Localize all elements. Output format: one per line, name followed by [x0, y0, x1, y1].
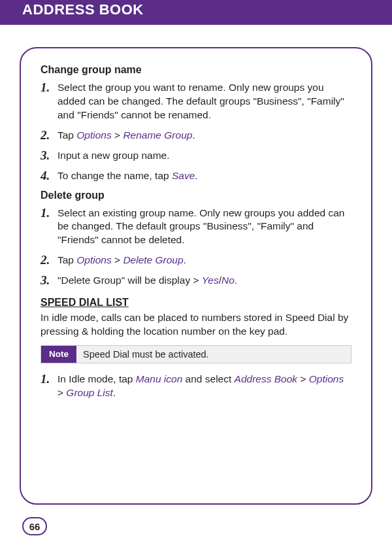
- step-text: In Idle mode, tap Manu icon and select A…: [57, 373, 351, 400]
- topic-heading-speed-dial: SPEED DIAL LIST: [41, 297, 351, 309]
- section-heading-delete-group: Delete group: [41, 190, 351, 201]
- step-number: 3.: [41, 274, 57, 288]
- step: 4. To change the name, tap Save.: [41, 169, 351, 183]
- step: 2. Tap Options > Delete Group.: [41, 254, 351, 267]
- step: 1. In Idle mode, tap Manu icon and selec…: [41, 373, 351, 400]
- manual-page: ADDRESS BOOK Change group name 1. Select…: [0, 0, 392, 555]
- step-number: 3.: [41, 149, 57, 163]
- page-header-title: ADDRESS BOOK: [22, 1, 144, 18]
- step-text: To change the name, tap Save.: [57, 169, 198, 183]
- note-label: Note: [41, 346, 76, 363]
- step: 3. Input a new group name.: [41, 149, 351, 163]
- step-number: 1.: [41, 373, 57, 386]
- step-number: 2.: [41, 254, 57, 267]
- content-frame: Change group name 1. Select the group yo…: [20, 47, 372, 505]
- note-text: Speed Dial must be activated.: [76, 346, 216, 363]
- page-number: 66: [29, 521, 41, 532]
- step-text: Tap Options > Rename Group.: [57, 129, 195, 143]
- page-header: ADDRESS BOOK: [0, 0, 392, 25]
- step: 2. Tap Options > Rename Group.: [41, 129, 351, 143]
- step-text: Tap Options > Delete Group.: [57, 254, 186, 267]
- step: 1. Select an existing group name. Only n…: [41, 207, 351, 248]
- page-number-badge: 66: [22, 517, 47, 535]
- step-text: Select an existing group name. Only new …: [57, 207, 351, 248]
- step-text: "Delete Group" will be display > Yes/No.: [57, 274, 237, 288]
- step-text: Input a new group name.: [57, 149, 169, 163]
- section-heading-change-group: Change group name: [41, 64, 351, 76]
- step: 3. "Delete Group" will be display > Yes/…: [41, 274, 351, 288]
- step: 1. Select the group you want to rename. …: [41, 81, 351, 122]
- step-text: Select the group you want to rename. Onl…: [57, 81, 351, 122]
- step-number: 2.: [41, 129, 57, 143]
- step-number: 1.: [41, 207, 57, 220]
- step-number: 1.: [41, 81, 57, 95]
- step-number: 4.: [41, 169, 57, 183]
- note-box: Note Speed Dial must be activated.: [41, 345, 351, 363]
- topic-intro: In idle mode, calls can be placed to num…: [41, 311, 351, 339]
